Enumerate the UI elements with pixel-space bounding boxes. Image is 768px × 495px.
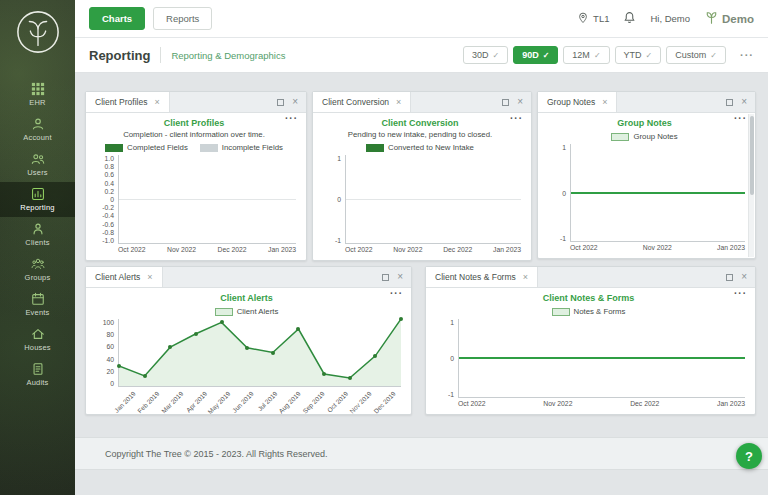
brand-logo: Demo xyxy=(704,10,754,27)
app-logo-tree-icon[interactable] xyxy=(15,9,61,55)
sidebar-item-houses[interactable]: Houses xyxy=(0,322,75,357)
x-tick-label: Oct 2022 xyxy=(118,246,146,257)
panel-client-alerts: Client Alerts × × ··· Client Alerts Clie… xyxy=(85,266,412,415)
panel-tab[interactable]: Group Notes × xyxy=(538,92,617,112)
chart-legend: Notes & Forms xyxy=(432,307,745,316)
x-axis: Jan 2019Feb 2019Mar 2019Apr 2019May 2019… xyxy=(118,387,401,411)
chart-title: Client Notes & Forms xyxy=(432,293,745,303)
chart-menu-icon[interactable]: ··· xyxy=(734,114,747,124)
y-tick-label: 0 xyxy=(110,196,114,203)
panel-tab[interactable]: Client Profiles × xyxy=(86,92,170,112)
plot-area xyxy=(118,155,296,244)
panel-tabbar: Client Conversion × × xyxy=(313,92,531,113)
breadcrumb[interactable]: Reporting & Demographics xyxy=(171,50,285,61)
sidebar-item-users[interactable]: Users xyxy=(0,147,75,182)
sidebar-item-label: Users xyxy=(27,168,48,177)
more-menu-icon[interactable]: ··· xyxy=(740,49,754,61)
y-tick-label: 80 xyxy=(106,331,114,338)
chart-menu-icon[interactable]: ··· xyxy=(285,114,298,124)
area-line-chart xyxy=(119,319,401,386)
panel-tab[interactable]: Client Notes & Forms × xyxy=(426,267,538,287)
filter-90d[interactable]: 90D✓ xyxy=(513,46,558,64)
tab-close-icon[interactable]: × xyxy=(147,272,152,282)
filter-ytd[interactable]: YTD✓ xyxy=(615,46,662,64)
user-greeting[interactable]: Hi, Demo xyxy=(650,13,690,24)
app-window: EHRAccountUsersReportingClientsGroupsEve… xyxy=(0,0,768,495)
data-point xyxy=(296,327,300,331)
reports-button[interactable]: Reports xyxy=(153,7,212,30)
y-tick-label: -0.4 xyxy=(102,212,114,219)
footer: Copyright The Tree © 2015 - 2023. All Ri… xyxy=(75,437,768,470)
sidebar-item-reporting[interactable]: Reporting xyxy=(0,182,75,217)
panel-tab[interactable]: Client Alerts × xyxy=(86,267,163,287)
scrollbar-thumb[interactable] xyxy=(750,116,754,195)
tab-close-icon[interactable]: × xyxy=(602,97,607,107)
panel-tab-label: Client Profiles xyxy=(95,97,147,107)
filter-12m[interactable]: 12M✓ xyxy=(563,46,609,64)
sidebar-item-events[interactable]: Events xyxy=(0,287,75,322)
check-icon: ✓ xyxy=(492,51,499,60)
chart-menu-icon[interactable]: ··· xyxy=(734,289,747,299)
panel-body: ··· Client Profiles Completion - client … xyxy=(86,113,306,260)
sidebar-item-audits[interactable]: Audits xyxy=(0,357,75,392)
y-tick-label: 0 xyxy=(450,355,454,362)
chart-menu-icon[interactable]: ··· xyxy=(390,289,403,299)
location-selector[interactable]: TL1 xyxy=(577,12,609,26)
help-button[interactable]: ? xyxy=(736,443,762,469)
maximize-icon[interactable] xyxy=(726,99,733,106)
plot-area xyxy=(118,319,401,387)
panel-tabbar: Group Notes × × xyxy=(538,92,755,113)
chart-plot: 1.00.80.60.40.20-0.2-0.4-0.6-0.8-1.0 xyxy=(92,155,296,244)
sidebar-item-ehr[interactable]: EHR xyxy=(0,77,75,112)
y-axis: 10-1 xyxy=(319,155,345,244)
chart-legend: Completed FieldsIncomplete Fields xyxy=(92,143,296,152)
legend-swatch xyxy=(552,308,570,316)
legend-swatch xyxy=(105,144,123,152)
maximize-icon[interactable] xyxy=(726,274,733,281)
close-icon[interactable]: × xyxy=(397,272,403,282)
maximize-icon[interactable] xyxy=(382,274,389,281)
data-point xyxy=(373,354,377,358)
sidebar-item-clients[interactable]: Clients xyxy=(0,217,75,252)
x-tick-label: Nov 2022 xyxy=(543,400,572,411)
y-tick-label: 1.0 xyxy=(105,155,114,162)
close-icon[interactable]: × xyxy=(292,97,298,107)
y-tick-label: 0.2 xyxy=(105,188,114,195)
scrollbar[interactable] xyxy=(748,114,754,257)
legend-item: Client Alerts xyxy=(215,307,279,316)
y-tick-label: -1 xyxy=(448,391,454,398)
close-icon[interactable]: × xyxy=(741,97,747,107)
filter-custom[interactable]: Custom✓ xyxy=(666,46,726,64)
y-tick-label: -0.2 xyxy=(102,204,114,211)
y-tick-label: 0.8 xyxy=(105,163,114,170)
chart-menu-icon[interactable]: ··· xyxy=(510,114,523,124)
charts-button[interactable]: Charts xyxy=(89,7,145,30)
tab-close-icon[interactable]: × xyxy=(154,97,159,107)
chart-plot: 10-1 xyxy=(319,155,521,244)
close-icon[interactable]: × xyxy=(517,97,523,107)
check-icon: ✓ xyxy=(710,51,717,60)
panel-tab[interactable]: Client Conversion × xyxy=(313,92,411,112)
x-tick-label: Oct 2022 xyxy=(458,400,486,411)
bell-icon[interactable] xyxy=(623,11,636,26)
tab-close-icon[interactable]: × xyxy=(396,97,401,107)
y-tick-label: 0.4 xyxy=(105,180,114,187)
x-tick-label: Apr 2019 xyxy=(184,390,208,414)
y-axis: 10-1 xyxy=(544,144,570,242)
sidebar-item-label: EHR xyxy=(29,98,45,107)
filter-30d[interactable]: 30D✓ xyxy=(463,46,508,64)
close-icon[interactable]: × xyxy=(741,272,747,282)
sidebar-item-account[interactable]: Account xyxy=(0,112,75,147)
houses-icon xyxy=(31,327,45,341)
zero-line xyxy=(571,192,745,194)
panel-client-profiles: Client Profiles × × ··· Client Profiles … xyxy=(85,91,307,261)
sidebar-item-groups[interactable]: Groups xyxy=(0,252,75,287)
account-icon xyxy=(31,117,45,131)
chart-title: Client Alerts xyxy=(92,293,401,303)
y-tick-label: -1 xyxy=(335,237,341,244)
chart-plot: 10-1 xyxy=(544,144,745,242)
maximize-icon[interactable] xyxy=(502,99,509,106)
tab-close-icon[interactable]: × xyxy=(523,272,528,282)
reporting-icon xyxy=(31,187,45,201)
maximize-icon[interactable] xyxy=(277,99,284,106)
